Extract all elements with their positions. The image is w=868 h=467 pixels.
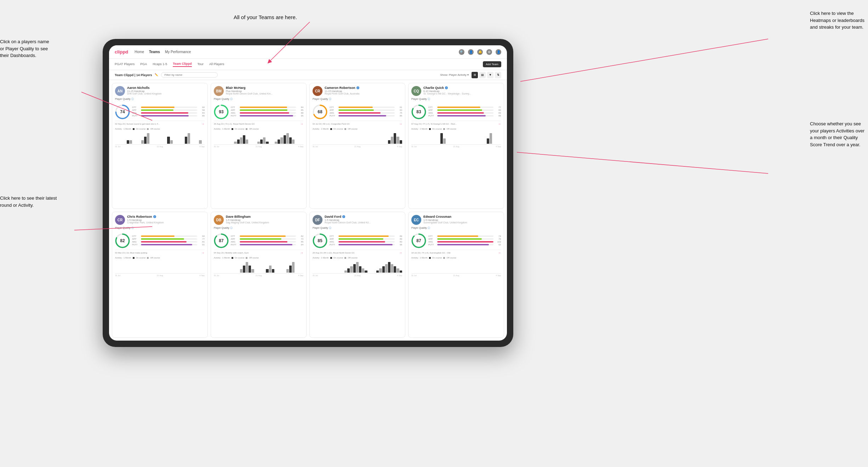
off-course-label: Off course <box>150 128 160 130</box>
quality-circle[interactable]: 87 <box>214 233 229 248</box>
player-info: Edward Crossman 1-5 Handicap Sunningdale… <box>423 215 501 224</box>
activity-chart <box>313 131 402 145</box>
avatar-icon[interactable]: 👤 <box>496 49 501 55</box>
player-card[interactable]: EC Edward Crossman 1-5 Handicap Sunningd… <box>408 212 504 338</box>
off-course-dot <box>246 128 247 130</box>
latest-round-text: 26 Aug 23 | 84 (+12), Royal North Devon … <box>313 252 355 254</box>
activity-section: Activity · 1 Month On course Off course … <box>214 128 303 148</box>
quality-section[interactable]: 68 OTT 61 APP 63 ARG 75 PUTT <box>313 104 402 119</box>
chart-date-mid: 21 Aug <box>354 274 360 277</box>
latest-round-arrow[interactable]: → <box>498 122 501 126</box>
verified-badge: ✓ <box>356 86 359 89</box>
latest-round-arrow[interactable]: → <box>201 122 205 126</box>
latest-round[interactable]: 02 Sep 23 | Sunset round to get back int… <box>115 121 205 126</box>
latest-round-arrow[interactable]: → <box>399 122 402 126</box>
latest-round[interactable]: 02 Jul 23 | 59 (+1), Craigmillar Park GC… <box>313 121 402 126</box>
latest-round-arrow[interactable]: → <box>300 251 303 255</box>
player-name[interactable]: Aaron Nicholls <box>127 86 205 90</box>
verified-badge: ✓ <box>445 86 448 89</box>
quality-label: Player Quality ⓘ <box>313 97 402 101</box>
quality-number: 82 <box>120 238 125 243</box>
player-info: Chris Robertson ✓ 1-5 Handicap Craigmill… <box>127 215 205 224</box>
tab-pgat-players[interactable]: PGAT Players <box>115 62 135 67</box>
quality-section[interactable]: 83 OTT 77 APP 80 ARG 83 PUTT <box>411 104 501 119</box>
bell-icon[interactable]: 🔔 <box>477 49 483 55</box>
sort-icon[interactable]: ⇅ <box>495 72 501 78</box>
player-card[interactable]: CR Cameron Robertson ✓ 11-15 Handicap Ro… <box>309 83 405 209</box>
player-card[interactable]: DB Dave Billingham 1-5 Handicap Sag Magi… <box>211 212 307 338</box>
quality-circle[interactable]: 85 <box>313 233 327 248</box>
quality-circle[interactable]: 74 <box>115 104 130 119</box>
nav-performance[interactable]: My Performance <box>165 49 191 55</box>
latest-round[interactable]: 03 Mar 23 | 19, Must make putting → <box>115 250 205 255</box>
off-course-label: Off course <box>348 128 358 130</box>
quality-section[interactable]: 82 OTT 60 APP 77 ARG 81 PUTT <box>115 233 205 248</box>
profile-icon[interactable]: 👤 <box>468 49 474 55</box>
off-course-dot <box>344 257 346 259</box>
latest-round-arrow[interactable]: → <box>300 122 303 126</box>
quality-label: Player Quality ⓘ <box>313 226 402 230</box>
latest-round[interactable]: 18 Jul 23 | 74 (+4), Sunningdale GC - Ol… <box>411 250 501 255</box>
quality-circle[interactable]: 83 <box>411 104 426 119</box>
player-name[interactable]: Edward Crossman <box>423 215 501 218</box>
player-name[interactable]: Charlie Quick ✓ <box>423 86 501 90</box>
quality-bars: OTT 73 APP 79 ARG 103 PUTT 92 <box>428 235 501 246</box>
tab-team-clippd[interactable]: Team Clippd <box>173 62 192 67</box>
quality-bars: OTT 84 APP 85 ARG 88 PUTT 95 <box>231 106 303 118</box>
activity-header: Activity · 1 Month On course Off course <box>115 257 205 259</box>
player-avatar: CR <box>313 86 322 96</box>
latest-round-arrow[interactable]: → <box>399 251 402 255</box>
add-team-button[interactable]: Add Team <box>483 61 501 67</box>
latest-round-arrow[interactable]: → <box>498 251 501 255</box>
latest-round-text: 26 Aug 23 | 73 (+1), Royal North Devon G… <box>214 123 255 125</box>
teams-callout: All of your Teams are here. <box>234 13 297 22</box>
player-header: BM Blair McHarg Plus Handicap Royal Nort… <box>214 86 303 96</box>
players-grid: AN Aaron Nicholls 11-15 Handicap Drift G… <box>109 80 507 341</box>
quality-section[interactable]: 87 OTT 82 APP 74 ARG 85 PUTT <box>214 233 303 248</box>
latest-round[interactable]: 04 Sep 23 | Mobility with coach, Gym → <box>214 250 303 255</box>
player-name[interactable]: David Ford ✓ <box>325 215 402 218</box>
player-card[interactable]: CR Chris Robertson ✓ 1-5 Handicap Craigm… <box>112 212 208 338</box>
player-club: Royal Perth Golf Club, Australia <box>325 92 402 95</box>
tab-tour[interactable]: Tour <box>198 62 204 67</box>
player-name[interactable]: Chris Robertson ✓ <box>127 215 205 218</box>
edit-icon[interactable]: ✏️ <box>155 73 158 76</box>
quality-section[interactable]: 87 OTT 73 APP 79 ARG 103 PUTT <box>411 233 501 248</box>
latest-round[interactable]: 26 Aug 23 | 84 (+12), Royal North Devon … <box>313 250 402 255</box>
latest-round[interactable]: 07 Aug 23 | 77 (+7), St George's Hill GC… <box>411 121 501 126</box>
quality-section[interactable]: 85 OTT 89 APP 80 ARG 83 PUTT <box>313 233 402 248</box>
player-name[interactable]: Cameron Robertson ✓ <box>325 86 402 90</box>
quality-circle[interactable]: 82 <box>115 233 130 248</box>
player-handicap: 1-5 Handicap <box>423 219 501 221</box>
quality-number: 83 <box>416 109 421 114</box>
team-filter-input[interactable] <box>161 72 218 78</box>
on-course-label: On course <box>333 257 343 259</box>
list-view-icon[interactable]: ▤ <box>479 72 486 78</box>
tab-hcaps[interactable]: Hcaps 1-5 <box>153 62 167 67</box>
player-card[interactable]: DF David Ford ✓ 1-5 Handicap Royal North… <box>309 212 405 338</box>
player-card[interactable]: CQ Charlie Quick ✓ 6-10 Handicap St. Geo… <box>408 83 504 209</box>
nav-teams[interactable]: Teams <box>149 49 160 55</box>
quality-circle[interactable]: 93 <box>214 104 229 119</box>
activity-section: Activity · 1 Month On course Off course … <box>411 257 501 277</box>
nav-home[interactable]: Home <box>135 49 144 55</box>
quality-section[interactable]: 93 OTT 84 APP 85 ARG 88 PUTT <box>214 104 303 119</box>
player-card[interactable]: AN Aaron Nicholls 11-15 Handicap Drift G… <box>112 83 208 209</box>
chart-date-end: 4 Sep <box>397 274 402 277</box>
player-name[interactable]: Dave Billingham <box>226 215 303 218</box>
nav-bar: clippd Home Teams My Performance 🔍 👤 🔔 ⚙… <box>109 45 507 59</box>
latest-round-arrow[interactable]: → <box>201 251 205 255</box>
quality-circle[interactable]: 68 <box>313 104 327 119</box>
tab-pga[interactable]: PGA <box>140 62 147 67</box>
filter-icon[interactable]: ▼ <box>487 72 493 78</box>
player-card[interactable]: BM Blair McHarg Plus Handicap Royal Nort… <box>211 83 307 209</box>
search-icon[interactable]: 🔍 <box>459 49 464 55</box>
settings-icon[interactable]: ⚙ <box>486 49 492 55</box>
grid-view-icon[interactable]: ⊞ <box>472 72 478 78</box>
quality-section[interactable]: 74 OTT 60 APP 58 ARG 84 PUTT <box>115 104 205 119</box>
latest-round[interactable]: 26 Aug 23 | 73 (+1), Royal North Devon G… <box>214 121 303 126</box>
quality-circle[interactable]: 87 <box>411 233 426 248</box>
player-name[interactable]: Blair McHarg <box>226 86 303 90</box>
latest-round-callout: Click here to see their latestround or A… <box>0 195 57 209</box>
tab-all-players[interactable]: All Players <box>209 62 224 67</box>
